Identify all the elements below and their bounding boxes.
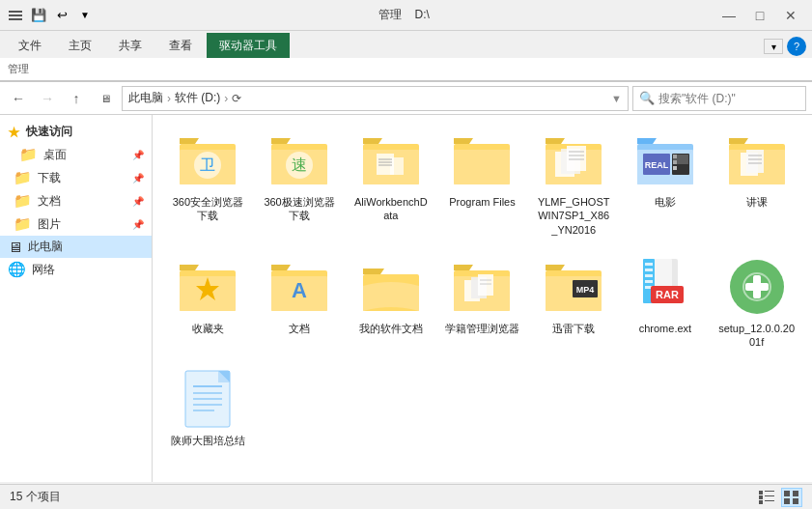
svg-rect-105 (784, 498, 790, 504)
status-bar: 15 个项目 (0, 484, 812, 509)
file-label-aliworkbench: AliWorkbenchData (352, 195, 430, 223)
pin-icon-documents: 📌 (132, 196, 144, 207)
sidebar-item-documents[interactable]: 📁 文档 📌 (0, 189, 152, 212)
breadcrumb: 此电脑 › 软件 (D:) › (128, 90, 228, 106)
svg-text:MP4: MP4 (576, 285, 595, 295)
search-box[interactable]: 🔍 (632, 86, 806, 111)
file-item-chromeext[interactable]: RAR chrome.ext (622, 249, 710, 356)
file-label-wendang: 文档 (289, 322, 310, 335)
view-largeicons-button[interactable] (781, 488, 802, 507)
svg-marker-71 (546, 265, 565, 270)
svg-rect-66 (478, 274, 493, 296)
up-button[interactable]: ↑ (64, 86, 89, 111)
file-item-mysoftdoc[interactable]: 我的软件文档 (347, 249, 434, 356)
search-input[interactable] (658, 92, 799, 105)
pin-icon-downloads: 📌 (132, 173, 144, 184)
sidebar-item-network[interactable]: 🌐 网络 (0, 258, 152, 281)
close-button[interactable]: ✕ (775, 2, 806, 29)
tab-file[interactable]: 文件 (6, 33, 54, 58)
star-icon: ★ (8, 125, 20, 140)
file-item-360safe[interactable]: 卫 360安全浏览器下载 (164, 123, 252, 243)
ribbon-manage-label: 管理 (8, 62, 29, 76)
files-grid: 卫 360安全浏览器下载 速 360极速浏览器下载 (164, 123, 800, 455)
file-label-jianke: 讲课 (746, 195, 768, 209)
svg-rect-80 (645, 280, 653, 283)
svg-rect-102 (765, 500, 774, 501)
tab-drivetool[interactable]: 驱动器工具 (207, 33, 290, 58)
file-item-setup[interactable]: setup_12.0.0.2001f (713, 249, 800, 356)
ribbon-tabs: 文件 主页 共享 查看 驱动器工具 ▾ ? (0, 31, 812, 58)
address-box[interactable]: 此电脑 › 软件 (D:) › ⟳ ▼ (122, 86, 629, 111)
file-item-wendang[interactable]: A 文档 (256, 249, 344, 356)
undo-icon[interactable]: ↩ (52, 6, 71, 25)
file-item-shaandoc[interactable]: 陕师大围培总结 (164, 361, 252, 454)
folder-icon-programfiles (451, 129, 513, 191)
svg-rect-86 (753, 275, 761, 298)
sidebar-item-thispc[interactable]: 🖥 此电脑 (0, 236, 152, 258)
file-item-jianke[interactable]: 讲课 (713, 123, 800, 243)
svg-marker-63 (454, 265, 473, 270)
file-label-360fast: 360极速浏览器下载 (264, 195, 334, 223)
svg-rect-97 (759, 491, 763, 495)
sidebar-item-pictures[interactable]: 📁 图片 📌 (0, 212, 152, 236)
folder-icon-jianke (726, 129, 788, 191)
tab-home[interactable]: 主页 (56, 33, 104, 58)
breadcrumb-pc: 此电脑 (128, 90, 163, 106)
svg-rect-0 (9, 11, 22, 13)
svg-rect-78 (645, 269, 653, 271)
file-item-programfiles[interactable]: Program Files (438, 123, 526, 243)
file-item-xunlei[interactable]: MP4 迅雷下载 (530, 249, 618, 356)
folder-icon-pictures: 📁 (14, 215, 32, 233)
file-item-aliworkbench[interactable]: AliWorkbenchData (347, 123, 434, 243)
ribbon-content: 管理 (0, 58, 812, 81)
pin-icon-desktop: 📌 (132, 150, 144, 160)
folder-icon-aliworkbench (360, 129, 422, 191)
ribbon-collapse-btn[interactable]: ▾ (764, 39, 783, 54)
refresh-icon[interactable]: ⟳ (232, 92, 241, 105)
folder-icon-ylmf (543, 129, 604, 191)
folder-icon-xunlei: MP4 (543, 256, 604, 318)
file-label-xuejiguanli: 学籍管理浏览器 (445, 322, 519, 335)
file-item-ylmf[interactable]: YLMF_GHOSTWIN7SP1_X86_YN2016 (530, 123, 618, 243)
file-icon-chromeext: RAR (634, 256, 696, 318)
sidebar-label-downloads: 下载 (38, 170, 61, 186)
file-item-xuejiguanli[interactable]: 学籍管理浏览器 (438, 249, 526, 356)
back-button[interactable]: ← (6, 86, 31, 111)
ribbon: 文件 主页 共享 查看 驱动器工具 ▾ ? 管理 (0, 31, 812, 82)
folder-icon-wendang: A (268, 256, 330, 318)
svg-rect-77 (645, 263, 653, 266)
svg-marker-23 (454, 138, 473, 144)
view-details-button[interactable] (756, 488, 777, 507)
view-switcher (756, 488, 802, 507)
sidebar-item-desktop[interactable]: 📁 桌面 📌 (0, 143, 152, 166)
breadcrumb-drive: 软件 (D:) (175, 90, 220, 106)
tab-view[interactable]: 查看 (156, 33, 205, 58)
svg-rect-104 (793, 491, 798, 496)
save-icon[interactable]: 💾 (29, 6, 48, 25)
file-label-favorites: 收藏夹 (192, 322, 224, 335)
sidebar-item-downloads[interactable]: 📁 下载 📌 (0, 166, 152, 189)
file-item-360fast[interactable]: 速 360极速浏览器下载 (256, 123, 344, 243)
dropdown-icon[interactable]: ▼ (75, 6, 95, 25)
file-item-favorites[interactable]: 收藏夹 (164, 249, 252, 356)
minimize-button[interactable]: — (714, 2, 744, 29)
forward-button[interactable]: → (35, 86, 60, 111)
address-dropdown-icon[interactable]: ▼ (611, 93, 622, 104)
svg-rect-2 (9, 18, 22, 20)
folder-icon-xuejiguanli (451, 256, 513, 318)
help-button[interactable]: ? (787, 37, 806, 56)
file-item-movies[interactable]: REAL 电影 (622, 123, 710, 243)
svg-rect-79 (645, 274, 653, 277)
pc-button[interactable]: 🖥 (93, 86, 118, 111)
thispc-icon: 🖥 (8, 239, 22, 255)
svg-marker-57 (271, 265, 291, 270)
tab-share[interactable]: 共享 (106, 33, 154, 58)
svg-rect-99 (759, 495, 763, 499)
folder-icon-mysoftdoc (360, 256, 422, 318)
file-label-programfiles: Program Files (449, 195, 515, 209)
system-menu-icon[interactable] (6, 6, 25, 25)
svg-text:RAR: RAR (656, 289, 679, 300)
maximize-button[interactable]: □ (744, 2, 775, 29)
folder-icon-downloads: 📁 (14, 169, 32, 186)
folder-icon-movies: REAL (634, 129, 696, 191)
